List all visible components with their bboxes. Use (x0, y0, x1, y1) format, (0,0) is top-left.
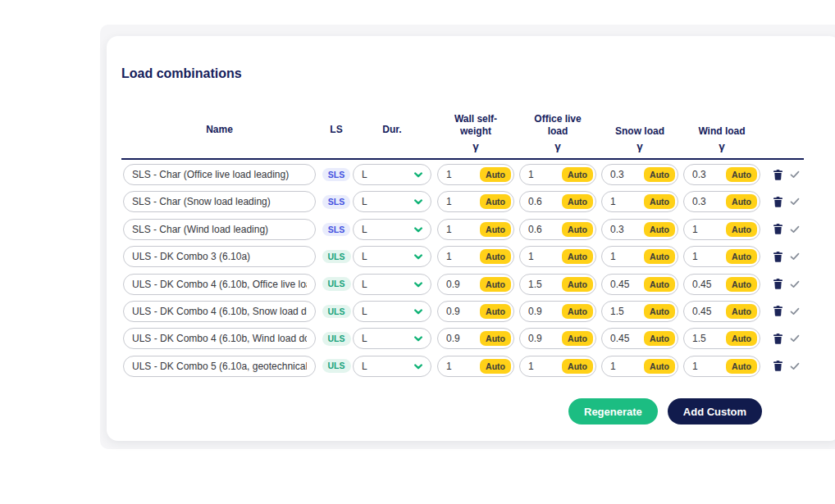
factor-cell: Auto (519, 301, 596, 322)
auto-badge[interactable]: Auto (726, 249, 757, 264)
factor-cell: Auto (437, 301, 514, 322)
load-name-label: Snow load (615, 125, 664, 138)
column-header-dur: Dur. (353, 124, 431, 135)
auto-badge[interactable]: Auto (562, 304, 593, 319)
header-divider (121, 158, 804, 160)
factor-cell: Auto (601, 219, 678, 240)
factor-cell: Auto (437, 328, 514, 349)
table-header: Name LS Dur. Wall self-weight γ Office l… (123, 102, 760, 155)
column-header-snow-load: Snow load γ (601, 125, 678, 155)
trash-icon[interactable] (773, 224, 783, 234)
auto-badge[interactable]: Auto (726, 194, 757, 209)
combination-name-input[interactable] (123, 246, 316, 267)
auto-badge[interactable]: Auto (562, 194, 593, 209)
check-icon[interactable] (790, 307, 800, 316)
column-header-ls: LS (320, 124, 353, 135)
combination-name-input[interactable] (123, 328, 316, 349)
duration-select[interactable]: L (353, 219, 431, 240)
duration-select[interactable]: L (353, 164, 431, 185)
duration-select[interactable]: L (353, 328, 431, 349)
auto-badge[interactable]: Auto (562, 359, 593, 374)
auto-badge[interactable]: Auto (726, 277, 757, 292)
auto-badge[interactable]: Auto (480, 194, 511, 209)
check-icon[interactable] (790, 198, 800, 206)
trash-icon[interactable] (773, 252, 783, 262)
auto-badge[interactable]: Auto (562, 222, 593, 237)
auto-badge[interactable]: Auto (644, 222, 675, 237)
factor-cell: Auto (601, 328, 678, 349)
check-icon[interactable] (790, 170, 800, 179)
factor-cell: Auto (683, 164, 760, 185)
auto-badge[interactable]: Auto (480, 304, 511, 319)
factor-cell: Auto (683, 356, 760, 377)
auto-badge[interactable]: Auto (480, 167, 511, 182)
auto-badge[interactable]: Auto (726, 304, 757, 319)
check-icon[interactable] (790, 280, 800, 288)
auto-badge[interactable]: Auto (480, 249, 511, 264)
ls-cell: SLS (320, 168, 353, 182)
load-name-label: Wall self-weight (444, 113, 508, 138)
check-icon[interactable] (790, 225, 800, 234)
gamma-symbol: γ (554, 140, 561, 155)
duration-select[interactable]: L (353, 301, 431, 322)
table-row: SLS L Auto Auto Auto Auto (123, 219, 800, 240)
auto-badge[interactable]: Auto (480, 222, 511, 237)
ls-cell: SLS (320, 195, 353, 209)
duration-select[interactable]: L (353, 274, 431, 295)
auto-badge[interactable]: Auto (562, 249, 593, 264)
auto-badge[interactable]: Auto (644, 194, 675, 209)
combination-name-input[interactable] (123, 356, 316, 377)
combination-name-input[interactable] (123, 301, 316, 322)
auto-badge[interactable]: Auto (644, 167, 675, 182)
check-icon[interactable] (790, 252, 800, 261)
factor-cell: Auto (683, 328, 760, 349)
auto-badge[interactable]: Auto (644, 249, 675, 264)
auto-badge[interactable]: Auto (480, 331, 511, 346)
auto-badge[interactable]: Auto (644, 304, 675, 319)
trash-icon[interactable] (773, 279, 783, 289)
auto-badge[interactable]: Auto (726, 167, 757, 182)
page-title: Load combinations (121, 66, 242, 81)
auto-badge[interactable]: Auto (644, 277, 675, 292)
combination-name-input[interactable] (123, 219, 316, 240)
duration-select[interactable]: L (353, 246, 431, 267)
auto-badge[interactable]: Auto (562, 331, 593, 346)
chevron-down-icon (414, 196, 422, 207)
trash-icon[interactable] (773, 170, 783, 180)
row-actions (773, 170, 800, 180)
check-icon[interactable] (790, 362, 800, 370)
auto-badge[interactable]: Auto (480, 277, 511, 292)
trash-icon[interactable] (773, 361, 783, 371)
combination-name-input[interactable] (123, 191, 316, 212)
row-actions (773, 334, 800, 344)
chevron-down-icon (414, 169, 422, 180)
limit-state-badge: SLS (322, 168, 350, 182)
row-actions (773, 361, 800, 371)
table-row: ULS L Auto Auto Auto Auto (123, 301, 800, 322)
combination-name-input[interactable] (123, 164, 316, 185)
combination-name-input[interactable] (123, 274, 316, 295)
auto-badge[interactable]: Auto (562, 277, 593, 292)
auto-badge[interactable]: Auto (644, 359, 675, 374)
auto-badge[interactable]: Auto (480, 359, 511, 374)
trash-icon[interactable] (773, 334, 783, 344)
duration-select[interactable]: L (353, 356, 431, 377)
add-custom-button[interactable]: Add Custom (668, 398, 762, 425)
auto-badge[interactable]: Auto (726, 331, 757, 346)
auto-badge[interactable]: Auto (644, 331, 675, 346)
factor-cell: Auto (601, 246, 678, 267)
factor-cell: Auto (683, 219, 760, 240)
regenerate-button[interactable]: Regenerate (568, 398, 658, 425)
row-actions (773, 306, 800, 316)
trash-icon[interactable] (773, 306, 783, 316)
limit-state-badge: ULS (322, 305, 351, 319)
duration-select[interactable]: L (353, 191, 431, 212)
auto-badge[interactable]: Auto (726, 359, 757, 374)
check-icon[interactable] (790, 334, 800, 343)
auto-badge[interactable]: Auto (726, 222, 757, 237)
ls-cell: ULS (320, 305, 353, 319)
auto-badge[interactable]: Auto (562, 167, 593, 182)
duration-value: L (362, 279, 367, 290)
trash-icon[interactable] (773, 197, 783, 207)
limit-state-badge: ULS (322, 250, 351, 264)
